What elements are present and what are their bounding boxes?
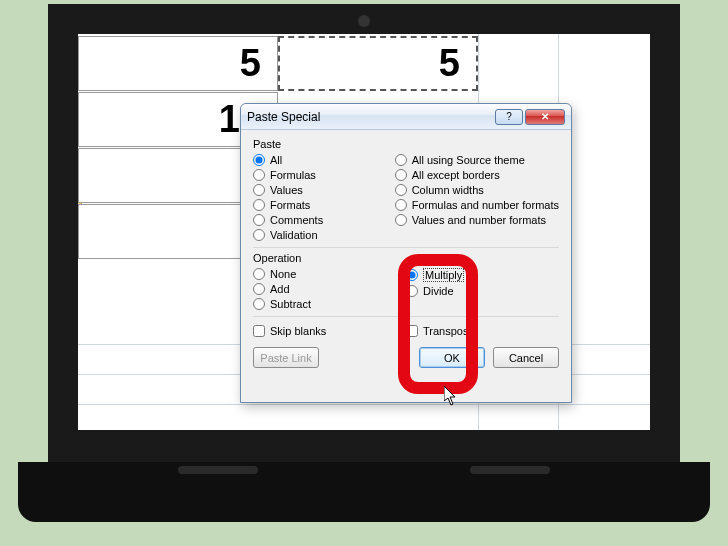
radio-divide[interactable]: Divide: [406, 285, 559, 297]
checkbox-skip-blanks[interactable]: Skip blanks: [253, 325, 406, 337]
operation-group: Operation None Add Subtract Multiply Div…: [253, 252, 559, 317]
group-label: Operation: [253, 252, 559, 264]
radio-formats[interactable]: Formats: [253, 199, 395, 211]
ok-button[interactable]: OK: [419, 347, 485, 368]
cell-a1[interactable]: 5: [78, 36, 278, 91]
radio-subtract[interactable]: Subtract: [253, 298, 406, 310]
radio-multiply[interactable]: Multiply: [406, 268, 559, 282]
paste-link-button: Paste Link: [253, 347, 319, 368]
screen: 5 5 10 6 7 Paste Special ? ✕ Paste: [78, 34, 650, 430]
radio-formulas[interactable]: Formulas: [253, 169, 395, 181]
radio-values[interactable]: Values: [253, 184, 395, 196]
laptop-frame: 5 5 10 6 7 Paste Special ? ✕ Paste: [48, 0, 680, 546]
help-button[interactable]: ?: [495, 109, 523, 125]
close-icon: ✕: [541, 111, 549, 122]
group-label: Paste: [253, 138, 559, 150]
question-icon: ?: [506, 111, 512, 122]
radio-column-widths[interactable]: Column widths: [395, 184, 559, 196]
titlebar[interactable]: Paste Special ? ✕: [241, 104, 571, 130]
paste-group: Paste All Formulas Values Formats Commen…: [253, 138, 559, 248]
dialog-title: Paste Special: [247, 110, 493, 124]
radio-comments[interactable]: Comments: [253, 214, 395, 226]
radio-source-theme[interactable]: All using Source theme: [395, 154, 559, 166]
radio-all[interactable]: All: [253, 154, 395, 166]
radio-values-numfmt[interactable]: Values and number formats: [395, 214, 559, 226]
dialog-body: Paste All Formulas Values Formats Commen…: [241, 130, 571, 376]
cancel-button[interactable]: Cancel: [493, 347, 559, 368]
radio-except-borders[interactable]: All except borders: [395, 169, 559, 181]
checkbox-transpose[interactable]: Transpose: [406, 325, 559, 337]
radio-add[interactable]: Add: [253, 283, 406, 295]
paste-special-dialog: Paste Special ? ✕ Paste All Formulas Val…: [240, 103, 572, 403]
cell-b1-copied[interactable]: 5: [278, 36, 478, 91]
radio-none[interactable]: None: [253, 268, 406, 280]
close-button[interactable]: ✕: [525, 109, 565, 125]
radio-formulas-numfmt[interactable]: Formulas and number formats: [395, 199, 559, 211]
radio-validation[interactable]: Validation: [253, 229, 395, 241]
webcam-icon: [358, 15, 370, 27]
